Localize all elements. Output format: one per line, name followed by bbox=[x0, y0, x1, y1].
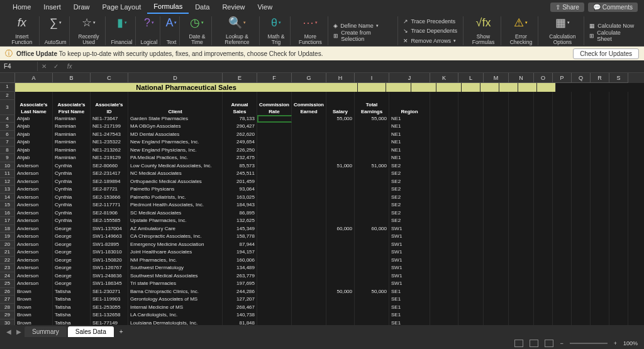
cell[interactable] bbox=[430, 178, 458, 186]
cell[interactable]: Anderson bbox=[15, 241, 53, 249]
cell[interactable]: 60,000 bbox=[326, 225, 355, 233]
tab-data[interactable]: Data bbox=[189, 1, 216, 13]
cell[interactable]: SW1-248636 bbox=[91, 272, 128, 280]
cell[interactable] bbox=[430, 272, 458, 280]
cell[interactable] bbox=[572, 217, 591, 225]
cell[interactable] bbox=[572, 186, 591, 194]
cell[interactable]: 51,000 bbox=[326, 162, 355, 170]
cell[interactable]: Ahjab bbox=[15, 147, 53, 155]
col-header-K[interactable]: K bbox=[430, 73, 458, 83]
cell[interactable]: 86,895 bbox=[223, 209, 257, 218]
cell[interactable]: Anderson bbox=[15, 178, 53, 186]
cell[interactable] bbox=[553, 311, 572, 319]
cell[interactable] bbox=[430, 186, 458, 194]
cell[interactable] bbox=[509, 123, 534, 131]
cell[interactable] bbox=[553, 178, 572, 186]
cell[interactable] bbox=[591, 154, 609, 162]
cell[interactable] bbox=[292, 288, 326, 296]
cell[interactable]: Tri state Pharmacies bbox=[128, 280, 223, 288]
cell[interactable] bbox=[609, 186, 628, 194]
cell[interactable] bbox=[534, 115, 553, 123]
cell[interactable]: SE2-80660 bbox=[91, 162, 128, 170]
header-cell[interactable]: Commission Rate bbox=[257, 100, 292, 115]
header-cell[interactable]: Sales Associate's Last Name bbox=[15, 100, 53, 115]
cell[interactable]: NE1-219129 bbox=[91, 154, 128, 162]
cell[interactable] bbox=[326, 186, 355, 194]
cell[interactable] bbox=[509, 257, 534, 265]
row-header[interactable]: 2 bbox=[0, 92, 15, 100]
cell[interactable] bbox=[355, 131, 389, 139]
cell[interactable]: New England Pharmacies, Inc. bbox=[128, 138, 223, 147]
row-header[interactable]: 3 bbox=[0, 100, 15, 115]
cell[interactable] bbox=[326, 194, 355, 202]
cell[interactable] bbox=[355, 138, 389, 147]
cell[interactable] bbox=[355, 154, 389, 162]
cell[interactable] bbox=[609, 194, 628, 202]
cell[interactable] bbox=[484, 92, 509, 100]
cell[interactable] bbox=[534, 241, 553, 249]
text-button[interactable]: A▾Text bbox=[163, 16, 180, 45]
cell[interactable] bbox=[430, 296, 458, 304]
cell[interactable]: Anderson bbox=[15, 233, 53, 241]
cell[interactable] bbox=[355, 217, 389, 225]
calculate-now-button[interactable]: ▦ Calculate Now bbox=[589, 22, 634, 30]
cell[interactable]: SE2 bbox=[389, 178, 430, 186]
comments-button[interactable]: 💬 Comments bbox=[588, 3, 638, 12]
cell[interactable] bbox=[430, 241, 458, 249]
cell[interactable]: SE2-117771 bbox=[91, 201, 128, 209]
cell[interactable] bbox=[257, 288, 292, 296]
cell[interactable] bbox=[257, 92, 292, 100]
cell[interactable] bbox=[292, 162, 326, 170]
cell[interactable]: NE1 bbox=[389, 123, 430, 131]
cell[interactable] bbox=[458, 311, 484, 319]
cell[interactable]: 158,778 bbox=[223, 233, 257, 241]
cell[interactable]: SW1-183010 bbox=[91, 248, 128, 257]
row-header[interactable]: 28 bbox=[0, 304, 15, 312]
cell[interactable] bbox=[591, 170, 609, 178]
cell[interactable] bbox=[484, 131, 509, 139]
cell[interactable] bbox=[572, 178, 591, 186]
cell[interactable] bbox=[257, 131, 292, 139]
cell[interactable] bbox=[326, 272, 355, 280]
cell[interactable] bbox=[534, 311, 553, 319]
cell[interactable] bbox=[257, 201, 292, 209]
cell[interactable]: 184,943 bbox=[223, 201, 257, 209]
tab-review[interactable]: Review bbox=[216, 1, 251, 13]
cell[interactable]: George bbox=[53, 233, 91, 241]
cell[interactable] bbox=[355, 147, 389, 155]
cell[interactable]: Cynthia bbox=[53, 186, 91, 194]
cell[interactable] bbox=[591, 217, 609, 225]
row-header[interactable]: 7 bbox=[0, 138, 15, 147]
cell[interactable] bbox=[609, 147, 628, 155]
cell[interactable] bbox=[509, 154, 534, 162]
cell[interactable]: 249,654 bbox=[223, 138, 257, 147]
trace-dependents-button[interactable]: ↘ Trace Dependents bbox=[403, 27, 457, 35]
cell[interactable] bbox=[572, 304, 591, 312]
formula-controls[interactable]: ✕ ✓ bbox=[38, 63, 65, 70]
cell[interactable] bbox=[257, 115, 292, 123]
cell[interactable] bbox=[53, 92, 91, 100]
cell[interactable] bbox=[430, 233, 458, 241]
cell[interactable] bbox=[591, 194, 609, 202]
cell[interactable]: Joint Healthcare Associates bbox=[128, 248, 223, 257]
cell[interactable] bbox=[223, 92, 257, 100]
cell[interactable]: Raminian bbox=[53, 123, 91, 131]
cell[interactable]: Anderson bbox=[15, 225, 53, 233]
cell[interactable]: SE2-231417 bbox=[91, 170, 128, 178]
row-header[interactable]: 10 bbox=[0, 162, 15, 170]
cell[interactable] bbox=[534, 154, 553, 162]
logical-button[interactable]: ?▾Logical bbox=[138, 16, 161, 45]
cell[interactable] bbox=[484, 225, 509, 233]
cell[interactable] bbox=[534, 123, 553, 131]
cell[interactable]: George bbox=[53, 257, 91, 265]
cell[interactable] bbox=[326, 201, 355, 209]
cell[interactable] bbox=[355, 186, 389, 194]
autosum-button[interactable]: ∑▾AutoSum bbox=[42, 16, 70, 45]
cell[interactable] bbox=[572, 92, 591, 100]
cell[interactable] bbox=[609, 311, 628, 319]
cell[interactable] bbox=[484, 288, 509, 296]
cell[interactable]: Upstate Pharmacies, Inc. bbox=[128, 217, 223, 225]
cell[interactable] bbox=[553, 225, 572, 233]
cell[interactable]: 194,157 bbox=[223, 248, 257, 257]
cell[interactable]: Ahjab bbox=[15, 154, 53, 162]
